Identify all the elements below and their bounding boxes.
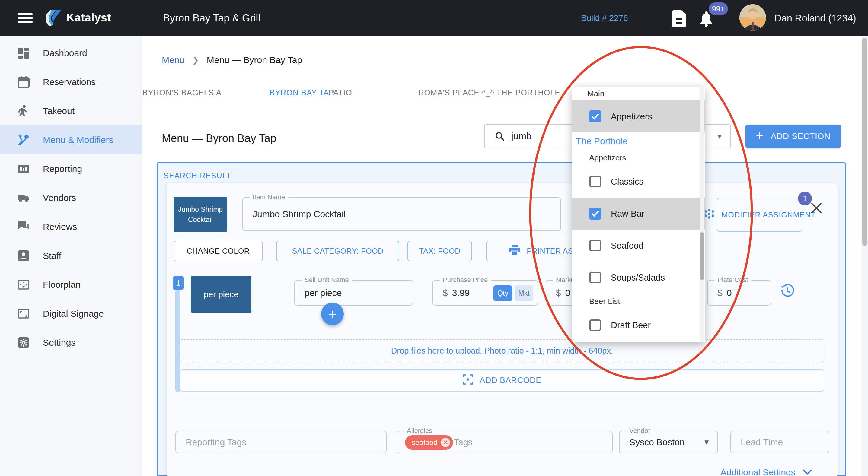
venue-tab[interactable]: ROMA'S PLACE ^_^: [418, 88, 494, 97]
checkbox[interactable]: [589, 110, 601, 123]
dropdown-entry[interactable]: Soups/Salads: [572, 261, 705, 293]
menu-item-card: Jumbo Shrimp Cocktail Item Name Jumbo Sh…: [166, 183, 838, 476]
dropdown-entry[interactable]: Seafood: [572, 229, 705, 261]
calendar-icon: [18, 76, 30, 88]
qty-toggle[interactable]: Qty: [493, 285, 512, 301]
modifier-assignment-button[interactable]: MODIFIER ASSIGNMENT: [717, 198, 802, 232]
checkbox[interactable]: [589, 176, 601, 188]
venue-tabbar: BYRON BAY TAP PATIO ROMA'S PLACE ^_^ THE…: [143, 85, 863, 104]
dropdown-entry-label: Seafood: [611, 241, 644, 251]
topbar: Katalyst Byron Bay Tap & Grill Build # 2…: [0, 0, 868, 36]
chevron-down-icon: [803, 467, 812, 476]
item-color-tile[interactable]: Jumbo Shrimp Cocktail: [174, 197, 227, 232]
build-number[interactable]: Build # 2276: [581, 13, 628, 23]
sidebar-item[interactable]: Digital Signage: [0, 299, 142, 328]
additional-settings-link[interactable]: Additional Settings: [720, 467, 812, 476]
sell-unit-tile[interactable]: per piece: [191, 276, 251, 313]
checkbox[interactable]: [589, 272, 601, 284]
search-result-panel: SEARCH RESULT Jumbo Shrimp Cocktail Item…: [157, 162, 846, 476]
dropdown-entry-label: Appetizers: [611, 112, 652, 122]
breadcrumb-chevron-icon: ❯: [192, 56, 199, 65]
dropdown-entry[interactable]: Main: [572, 87, 705, 100]
venue-tab[interactable]: PATIO: [329, 88, 352, 97]
modifier-count-badge: 1: [798, 192, 812, 205]
hamburger-menu-icon[interactable]: [18, 13, 33, 23]
price-history-icon[interactable]: [780, 284, 794, 298]
add-barcode-button[interactable]: ADD BARCODE: [180, 369, 824, 391]
venue-tab[interactable]: BYRON'S BAGELS A: [143, 88, 221, 97]
user-avatar[interactable]: [739, 4, 766, 31]
barcode-scan-icon: [463, 374, 473, 387]
sell-unit-rail: [175, 290, 180, 392]
bar-chart-icon: [18, 163, 30, 175]
plate-cost-field[interactable]: Plate Cost $0: [707, 280, 771, 306]
dropdown-entry-label: Main: [587, 89, 604, 98]
page-scrollbar-thumb[interactable]: [862, 38, 867, 246]
dropdown-scrollbar-thumb[interactable]: [700, 232, 704, 280]
sell-unit-name-field[interactable]: Sell Unit Name per piece: [294, 280, 413, 306]
sidebar-item[interactable]: Settings: [0, 328, 142, 357]
venue-tab[interactable]: THE PORTHOLE: [496, 88, 560, 97]
reporting-tags-field[interactable]: Reporting Tags: [175, 431, 386, 453]
sidebar-item-label: Reviews: [43, 222, 77, 232]
change-color-button[interactable]: CHANGE COLOR: [174, 241, 263, 261]
remove-allergy-icon[interactable]: ✕: [441, 438, 450, 447]
allergy-chip[interactable]: seafood ✕: [405, 435, 453, 450]
dropdown-scrollbar-track[interactable]: [700, 87, 705, 342]
modifier-dots-icon: [703, 208, 715, 222]
checkbox[interactable]: [589, 240, 601, 252]
breadcrumb-menu-link[interactable]: Menu: [162, 55, 184, 65]
sidebar-item-label: Digital Signage: [43, 309, 104, 319]
sidebar-item[interactable]: Takeout: [0, 97, 142, 126]
sidebar-item[interactable]: Staff: [0, 241, 142, 270]
sidebar-item-label: Reporting: [43, 164, 82, 174]
search-icon: [495, 131, 505, 141]
item-name-value[interactable]: Jumbo Shrimp Cocktail: [253, 209, 346, 219]
vendor-caret-down-icon[interactable]: ▼: [703, 438, 710, 446]
sidebar-item[interactable]: Menu & Modifiers: [0, 126, 142, 154]
dropdown-entry[interactable]: Appetizers: [572, 100, 705, 132]
item-name-field[interactable]: Item Name Jumbo Shrimp Cocktail: [242, 197, 561, 231]
search-caret-down-icon[interactable]: ▼: [716, 132, 723, 140]
mkt-toggle[interactable]: Mkt: [515, 285, 533, 301]
plus-icon: +: [329, 306, 337, 322]
add-section-button[interactable]: + ADD SECTION: [745, 125, 841, 148]
sidebar-item-label: Staff: [43, 251, 61, 261]
tax-button[interactable]: TAX: FOOD: [407, 241, 472, 261]
vendor-select[interactable]: Vendor Sysco Boston ▼: [619, 431, 718, 453]
dropdown-entry[interactable]: Raw Bar: [572, 198, 705, 229]
sidebar-item[interactable]: Reservations: [0, 68, 142, 97]
page-title: Menu — Byron Bay Tap: [162, 132, 276, 145]
lead-time-field[interactable]: Lead Time: [731, 431, 829, 453]
signage-icon: [18, 308, 30, 320]
user-name[interactable]: Dan Roland (1234): [774, 13, 856, 24]
dropdown-entry[interactable]: Appetizers: [572, 150, 705, 166]
katalyst-logo-icon: [45, 8, 63, 28]
close-icon[interactable]: [810, 202, 823, 215]
purchase-price-field[interactable]: Purchase Price $3.99 Qty Mkt: [433, 280, 538, 306]
sidebar-item[interactable]: Floorplan: [0, 270, 142, 299]
add-sell-unit-button[interactable]: +: [321, 303, 344, 325]
dropdown-entry-label: Raw Bar: [611, 209, 644, 219]
sidebar-item[interactable]: Reviews: [0, 212, 142, 241]
dropdown-entry[interactable]: Beer List: [572, 293, 705, 309]
checkbox[interactable]: [589, 319, 601, 331]
plus-icon: +: [756, 129, 763, 142]
document-icon[interactable]: [673, 10, 686, 28]
venue-tab[interactable]: BYRON BAY TAP: [270, 88, 334, 97]
photo-dropzone[interactable]: Drop files here to upload. Photo ratio -…: [180, 339, 824, 362]
allergies-field[interactable]: Allergies seafood ✕ Tags: [397, 431, 613, 453]
dropdown-entry[interactable]: The Porthole: [572, 132, 705, 150]
section-multiselect-dropdown: Main Appetizers The Porthole Appetizers …: [572, 87, 705, 342]
dropdown-entry-label: Draft Beer: [611, 320, 651, 330]
sidebar-item[interactable]: Reporting: [0, 154, 142, 183]
dropdown-entry[interactable]: Draft Beer: [572, 309, 705, 341]
breadcrumb: Menu ❯ Menu — Byron Bay Tap: [162, 55, 302, 65]
sidebar-item[interactable]: Dashboard: [0, 39, 142, 68]
venue-title: Byron Bay Tap & Grill: [163, 12, 260, 24]
sidebar-item[interactable]: Vendors: [0, 183, 142, 212]
checkbox[interactable]: [589, 208, 601, 220]
dropdown-entry[interactable]: Classics: [572, 166, 705, 198]
sale-category-button[interactable]: SALE CATEGORY: FOOD: [276, 241, 399, 261]
floorplan-icon: [18, 279, 30, 291]
